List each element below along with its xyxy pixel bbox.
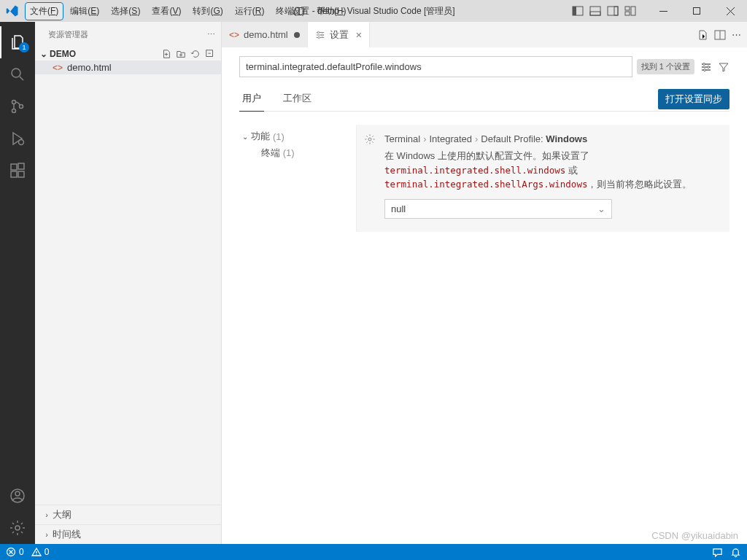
tab-bar: <> demo.html 设置 × ⋯ bbox=[222, 22, 747, 47]
svg-rect-3 bbox=[590, 12, 600, 15]
sidebar-header: 资源管理器 ⋯ bbox=[35, 22, 221, 47]
svg-point-27 bbox=[703, 63, 705, 65]
activity-debug[interactable] bbox=[0, 122, 35, 155]
menu-edit[interactable]: 编辑(E) bbox=[65, 2, 104, 20]
status-errors[interactable]: 0 bbox=[6, 547, 24, 557]
clear-filter-icon[interactable] bbox=[718, 61, 729, 73]
gear-icon[interactable] bbox=[364, 133, 376, 145]
activity-explorer[interactable]: 1 bbox=[0, 26, 35, 58]
chevron-right-icon: › bbox=[41, 530, 53, 539]
new-folder-icon[interactable] bbox=[176, 49, 186, 59]
menu-select[interactable]: 选择(S) bbox=[106, 2, 145, 20]
chevron-down-icon: ⌄ bbox=[597, 203, 605, 214]
sidebar: 资源管理器 ⋯ ⌄ DEMO <> demo.html › 大纲 › 时间 bbox=[35, 22, 222, 544]
outline-section[interactable]: › 大纲 bbox=[35, 505, 221, 524]
menu-go[interactable]: 转到(G) bbox=[187, 2, 228, 20]
tab-actions: ⋯ bbox=[691, 22, 747, 47]
settings-icon bbox=[315, 30, 325, 40]
settings-sync-button[interactable]: 打开设置同步 bbox=[658, 89, 729, 109]
sidebar-more-icon[interactable]: ⋯ bbox=[207, 30, 215, 39]
timeline-section[interactable]: › 时间线 bbox=[35, 524, 221, 544]
status-feedback-icon[interactable] bbox=[712, 547, 723, 558]
layout-primary-icon[interactable] bbox=[569, 0, 587, 22]
folder-row[interactable]: ⌄ DEMO bbox=[35, 47, 221, 61]
svg-rect-17 bbox=[18, 171, 24, 177]
settings-scope-tabs: 用户 工作区 打开设置同步 bbox=[239, 88, 729, 112]
activity-search[interactable] bbox=[0, 58, 35, 90]
layout-panel-icon[interactable] bbox=[587, 0, 604, 22]
menu-file[interactable]: 文件(F) bbox=[25, 2, 63, 20]
settings-list: Terminal›Integrated›Default Profile: Win… bbox=[356, 125, 729, 232]
tab-demo-html[interactable]: <> demo.html bbox=[222, 22, 308, 47]
watermark-text: CSDN @yikuaidabin bbox=[651, 530, 738, 541]
toc-features[interactable]: ⌄ 功能 (1) bbox=[239, 128, 356, 145]
refresh-icon[interactable] bbox=[190, 49, 201, 59]
scope-workspace-tab[interactable]: 工作区 bbox=[280, 88, 314, 111]
window-title: 设置 - demo - Visual Studio Code [管理员] bbox=[292, 5, 454, 18]
collapse-icon[interactable] bbox=[205, 49, 215, 59]
titlebar: 文件(F) 编辑(E) 选择(S) 查看(V) 转到(G) 运行(R) 终端(T… bbox=[0, 0, 747, 22]
settings-editor: 找到 1 个设置 用户 工作区 打开设置同步 ⌄ 功能 (1) bbox=[222, 47, 747, 544]
svg-rect-7 bbox=[631, 7, 635, 15]
setting-item-default-profile-windows: Terminal›Integrated›Default Profile: Win… bbox=[356, 125, 729, 232]
close-button[interactable] bbox=[713, 0, 747, 22]
maximize-button[interactable] bbox=[680, 0, 713, 22]
main-area: 1 资源管理器 ⋯ ⌄ DEMO <> demo.html bbox=[0, 22, 747, 544]
svg-rect-5 bbox=[614, 7, 618, 15]
status-bar: 0 0 bbox=[0, 544, 747, 560]
svg-point-11 bbox=[12, 101, 16, 104]
svg-point-14 bbox=[19, 140, 24, 145]
more-actions-icon[interactable]: ⋯ bbox=[732, 29, 741, 40]
svg-point-20 bbox=[15, 491, 20, 496]
split-editor-icon[interactable] bbox=[714, 29, 726, 41]
vscode-logo bbox=[0, 0, 25, 22]
customize-layout-icon[interactable] bbox=[622, 0, 639, 22]
svg-rect-1 bbox=[573, 7, 576, 15]
svg-rect-16 bbox=[11, 171, 17, 177]
svg-point-25 bbox=[318, 36, 320, 39]
chevron-right-icon: › bbox=[41, 510, 53, 519]
menu-view[interactable]: 查看(V) bbox=[147, 2, 186, 20]
settings-filter-icon[interactable] bbox=[700, 61, 712, 73]
activity-bar: 1 bbox=[0, 22, 35, 544]
activity-extensions[interactable] bbox=[0, 155, 35, 187]
status-bell-icon[interactable] bbox=[730, 547, 741, 558]
svg-point-12 bbox=[12, 109, 16, 113]
tab-settings[interactable]: 设置 × bbox=[308, 22, 370, 47]
file-name: demo.html bbox=[67, 62, 112, 73]
setting-select[interactable]: null ⌄ bbox=[384, 199, 612, 219]
svg-rect-15 bbox=[11, 164, 17, 170]
svg-point-29 bbox=[704, 69, 706, 71]
minimize-button[interactable] bbox=[646, 0, 680, 22]
new-file-icon[interactable] bbox=[161, 49, 171, 59]
titlebar-actions bbox=[569, 0, 747, 22]
file-item[interactable]: <> demo.html bbox=[35, 61, 221, 74]
sidebar-title: 资源管理器 bbox=[48, 29, 88, 40]
menu-run[interactable]: 运行(R) bbox=[230, 2, 270, 20]
chevron-down-icon: ⌄ bbox=[38, 49, 50, 59]
svg-point-28 bbox=[708, 66, 710, 68]
search-result-count: 找到 1 个设置 bbox=[637, 59, 694, 74]
activity-account[interactable] bbox=[0, 480, 35, 512]
svg-point-10 bbox=[12, 69, 20, 77]
svg-point-21 bbox=[15, 526, 20, 530]
layout-secondary-icon[interactable] bbox=[604, 0, 622, 22]
scope-user-tab[interactable]: 用户 bbox=[239, 88, 264, 112]
status-warnings[interactable]: 0 bbox=[31, 547, 50, 557]
svg-rect-8 bbox=[625, 12, 630, 15]
close-tab-icon[interactable]: × bbox=[356, 29, 362, 41]
svg-rect-9 bbox=[693, 7, 700, 14]
settings-search-input[interactable] bbox=[239, 56, 632, 77]
activity-scm[interactable] bbox=[0, 90, 35, 122]
setting-title: Terminal›Integrated›Default Profile: Win… bbox=[384, 133, 713, 144]
explorer-badge: 1 bbox=[19, 42, 29, 52]
html-file-icon: <> bbox=[229, 30, 239, 40]
svg-rect-6 bbox=[625, 7, 630, 10]
toc-terminal[interactable]: 终端 (1) bbox=[239, 145, 356, 161]
activity-settings[interactable] bbox=[0, 512, 35, 544]
editor-area: <> demo.html 设置 × ⋯ 找到 1 个设置 bbox=[222, 22, 747, 544]
folder-name: DEMO bbox=[50, 49, 76, 59]
open-changes-icon[interactable] bbox=[697, 29, 708, 41]
svg-point-13 bbox=[20, 105, 23, 109]
html-file-icon: <> bbox=[53, 63, 63, 73]
